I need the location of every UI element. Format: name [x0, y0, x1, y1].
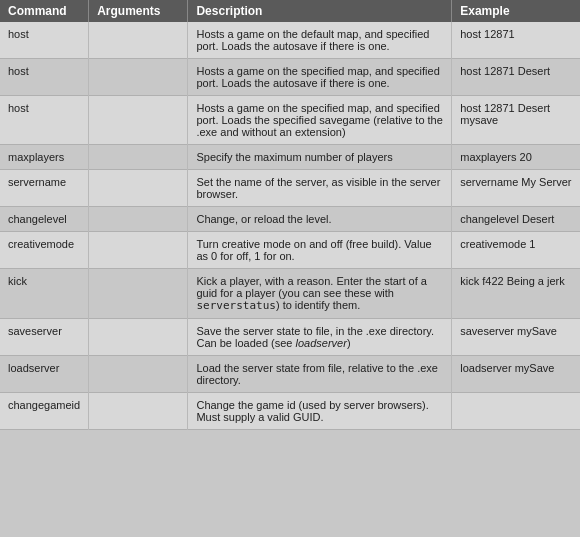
- cell-description: Hosts a game on the specified map, and s…: [188, 96, 452, 145]
- cell-arguments: [89, 269, 188, 319]
- table-row: loadserverLoad the server state from fil…: [0, 356, 580, 393]
- table-row: hostHosts a game on the default map, and…: [0, 22, 580, 59]
- table-row: kickKick a player, with a reason. Enter …: [0, 269, 580, 319]
- cell-arguments: [89, 232, 188, 269]
- cell-command: changelevel: [0, 207, 89, 232]
- cell-description: Turn creative mode on and off (free buil…: [188, 232, 452, 269]
- table-row: servernameSet the name of the server, as…: [0, 170, 580, 207]
- cell-description: Set the name of the server, as visible i…: [188, 170, 452, 207]
- cell-command: saveserver: [0, 319, 89, 356]
- cell-example: host 12871 Desert: [452, 59, 580, 96]
- cell-example: loadserver mySave: [452, 356, 580, 393]
- table-row: changelevelChange, or reload the level.c…: [0, 207, 580, 232]
- cell-command: loadserver: [0, 356, 89, 393]
- cell-arguments: [89, 207, 188, 232]
- table-row: changegameidChange the game id (used by …: [0, 393, 580, 430]
- cell-description: Change, or reload the level.: [188, 207, 452, 232]
- cell-command: changegameid: [0, 393, 89, 430]
- cell-example: changelevel Desert: [452, 207, 580, 232]
- cell-command: creativemode: [0, 232, 89, 269]
- commands-table: Command Arguments Description Example ho…: [0, 0, 580, 430]
- table-body: hostHosts a game on the default map, and…: [0, 22, 580, 430]
- cell-example: creativemode 1: [452, 232, 580, 269]
- cell-description: Hosts a game on the specified map, and s…: [188, 59, 452, 96]
- cell-example: saveserver mySave: [452, 319, 580, 356]
- cell-command: maxplayers: [0, 145, 89, 170]
- cell-example: host 12871: [452, 22, 580, 59]
- cell-example: servername My Server: [452, 170, 580, 207]
- cell-command: host: [0, 22, 89, 59]
- cell-command: kick: [0, 269, 89, 319]
- cell-command: servername: [0, 170, 89, 207]
- table-row: maxplayersSpecify the maximum number of …: [0, 145, 580, 170]
- table-row: hostHosts a game on the specified map, a…: [0, 96, 580, 145]
- cell-arguments: [89, 319, 188, 356]
- header-description: Description: [188, 0, 452, 22]
- header-arguments: Arguments: [89, 0, 188, 22]
- cell-description: Kick a player, with a reason. Enter the …: [188, 269, 452, 319]
- table-row: saveserverSave the server state to file,…: [0, 319, 580, 356]
- table-header: Command Arguments Description Example: [0, 0, 580, 22]
- cell-description: Save the server state to file, in the .e…: [188, 319, 452, 356]
- cell-example: maxplayers 20: [452, 145, 580, 170]
- header-example: Example: [452, 0, 580, 22]
- table-row: hostHosts a game on the specified map, a…: [0, 59, 580, 96]
- header-command: Command: [0, 0, 89, 22]
- cell-arguments: [89, 96, 188, 145]
- cell-arguments: [89, 170, 188, 207]
- cell-arguments: [89, 59, 188, 96]
- cell-description: Change the game id (used by server brows…: [188, 393, 452, 430]
- cell-description: Specify the maximum number of players: [188, 145, 452, 170]
- cell-description: Load the server state from file, relativ…: [188, 356, 452, 393]
- cell-description: Hosts a game on the default map, and spe…: [188, 22, 452, 59]
- cell-arguments: [89, 393, 188, 430]
- cell-command: host: [0, 59, 89, 96]
- cell-example: kick f422 Being a jerk: [452, 269, 580, 319]
- table-row: creativemodeTurn creative mode on and of…: [0, 232, 580, 269]
- cell-example: host 12871 Desert mysave: [452, 96, 580, 145]
- cell-example: [452, 393, 580, 430]
- cell-arguments: [89, 356, 188, 393]
- cell-arguments: [89, 22, 188, 59]
- cell-command: host: [0, 96, 89, 145]
- cell-arguments: [89, 145, 188, 170]
